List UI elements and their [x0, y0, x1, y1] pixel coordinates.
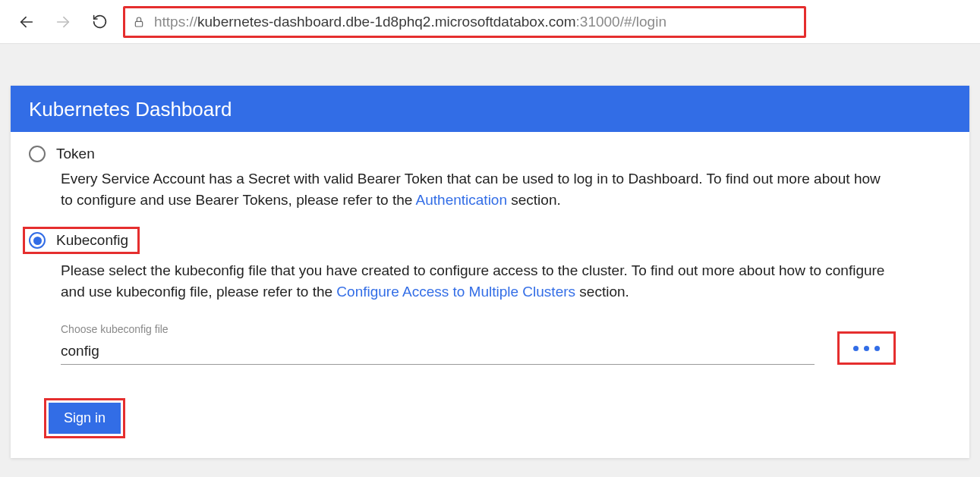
arrow-right-icon: [55, 14, 71, 30]
url-host: kubernetes-dashboard.dbe-1d8phq2.microso…: [197, 14, 576, 30]
refresh-icon: [92, 14, 108, 30]
signin-highlight: Sign in: [44, 398, 125, 438]
page-title: Kubernetes Dashboard: [11, 86, 969, 132]
kubeconfig-file-label: Choose kubeconfig file: [61, 323, 815, 335]
arrow-left-icon: [18, 14, 35, 30]
kubeconfig-file-field: Choose kubeconfig file: [61, 323, 815, 365]
browser-toolbar: https://kubernetes-dashboard.dbe-1d8phq2…: [0, 0, 980, 44]
address-bar-highlight: https://kubernetes-dashboard.dbe-1d8phq2…: [123, 6, 806, 38]
option-kubeconfig-highlight: Kubeconfig: [23, 227, 140, 254]
option-token-desc: Every Service Account has a Secret with …: [61, 168, 896, 210]
page-viewport: Kubernetes Dashboard Token Every Service…: [0, 44, 980, 477]
link-configure-clusters[interactable]: Configure Access to Multiple Clusters: [336, 284, 575, 300]
option-token-label: Token: [56, 146, 95, 162]
link-authentication[interactable]: Authentication: [416, 192, 507, 208]
login-card: Kubernetes Dashboard Token Every Service…: [11, 86, 969, 458]
signin-wrap: Sign in: [44, 398, 962, 438]
signin-button[interactable]: Sign in: [49, 403, 121, 434]
forward-button[interactable]: [50, 9, 76, 35]
url-scheme: https://: [154, 14, 197, 30]
svg-rect-2: [135, 21, 142, 27]
address-bar-wrap: https://kubernetes-dashboard.dbe-1d8phq2…: [123, 6, 966, 38]
option-kubeconfig-desc: Please select the kubeconfig file that y…: [61, 260, 896, 302]
radio-kubeconfig[interactable]: [29, 232, 46, 249]
option-kubeconfig: Kubeconfig Please select the kubeconfig …: [29, 227, 962, 365]
more-icon[interactable]: [853, 346, 880, 351]
option-kubeconfig-label: Kubeconfig: [56, 232, 128, 249]
option-token-row[interactable]: Token: [29, 146, 962, 162]
refresh-button[interactable]: [87, 9, 112, 35]
option-token: Token Every Service Account has a Secret…: [29, 146, 962, 210]
browse-button-highlight: [837, 331, 896, 365]
lock-icon: [133, 15, 145, 29]
card-body: Token Every Service Account has a Secret…: [11, 132, 969, 458]
url-port: :31000: [576, 14, 620, 30]
address-url[interactable]: https://kubernetes-dashboard.dbe-1d8phq2…: [154, 14, 666, 30]
url-path: /#/login: [620, 14, 666, 30]
kubeconfig-file-input[interactable]: [61, 340, 815, 365]
back-button[interactable]: [14, 9, 39, 35]
kubeconfig-file-block: Choose kubeconfig file: [61, 323, 896, 365]
radio-token[interactable]: [29, 146, 46, 162]
